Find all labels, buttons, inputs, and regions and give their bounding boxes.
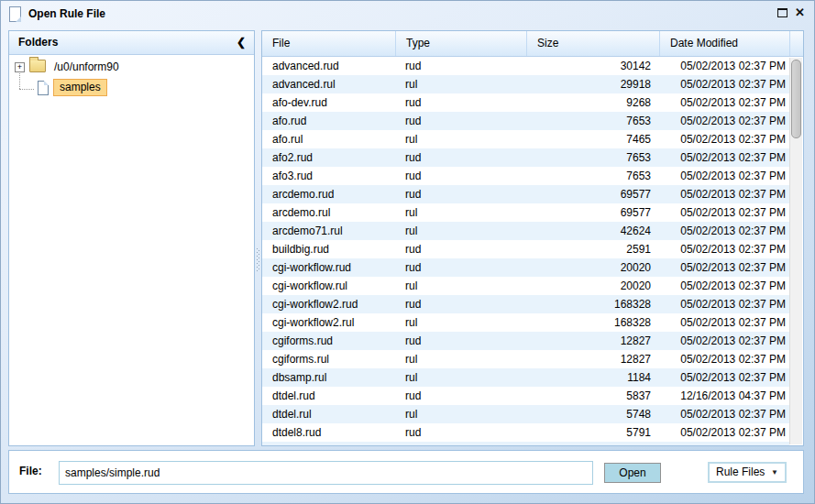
table-row[interactable]: cgi-workflow.rulrul2002005/02/2013 02:37… — [262, 277, 789, 295]
table-cell-date: 05/02/2013 02:37 PM — [659, 185, 789, 203]
table-cell-type: rud — [395, 423, 526, 442]
file-path-input[interactable] — [59, 461, 593, 485]
table-row[interactable]: afo-dev.rudrud926805/02/2013 02:37 PM — [262, 93, 789, 112]
table-cell-date: 05/02/2013 02:37 PM — [659, 203, 789, 222]
table-cell-date: 05/02/2013 02:37 PM — [659, 277, 789, 295]
file-field-label: File: — [19, 465, 42, 477]
file-type-dropdown[interactable]: Rule Files ▼ — [708, 462, 787, 483]
table-row[interactable]: dtdel.rudrud583712/16/2013 04:37 PM — [262, 387, 789, 405]
file-list-panel: File Type Size Date Modified advanced.ru… — [261, 30, 804, 446]
file-table-body: advanced.rudrud3014205/02/2013 02:37 PMa… — [262, 57, 803, 446]
table-cell-size: 29918 — [526, 75, 659, 93]
table-row[interactable]: arcdemo71.rulrul4262405/02/2013 02:37 PM — [262, 222, 789, 240]
table-row[interactable]: afo.rulrul746505/02/2013 02:37 PM — [262, 130, 789, 148]
table-row[interactable]: dtdel.rulrul574805/02/2013 02:37 PM — [262, 405, 789, 423]
table-row[interactable]: dtdel8.rudrud579105/02/2013 02:37 PM — [262, 423, 789, 442]
table-cell-date: 05/02/2013 02:37 PM — [659, 313, 789, 332]
table-cell-file: cgi-workflow2.rul — [262, 313, 395, 332]
table-cell-size: 7653 — [526, 112, 659, 130]
table-cell-date: 05/02/2013 02:37 PM — [659, 130, 789, 148]
column-header-size[interactable]: Size — [526, 31, 659, 56]
table-row[interactable]: cgiforms.rulrul1282705/02/2013 02:37 PM — [262, 350, 789, 368]
folder-tree: + /u0/unform90 samples — [9, 55, 254, 446]
table-cell-size: 20020 — [526, 277, 659, 295]
vertical-scrollbar[interactable] — [789, 58, 802, 444]
table-row[interactable]: buildbig.rudrud259105/02/2013 02:37 PM — [262, 240, 789, 258]
table-row[interactable]: afo3.rudrud765305/02/2013 02:37 PM — [262, 167, 789, 185]
table-cell-date: 05/02/2013 02:37 PM — [659, 258, 789, 277]
table-cell-date: 05/02/2013 02:37 PM — [659, 368, 789, 387]
collapse-panel-icon[interactable]: ❮ — [237, 31, 246, 54]
table-cell-file: cgiforms.rul — [262, 350, 395, 368]
file-icon — [38, 81, 49, 95]
table-cell-type: rul — [395, 203, 526, 222]
table-cell-size: 20020 — [526, 258, 659, 277]
table-row[interactable]: cgi-workflow2.rulrul16832805/02/2013 02:… — [262, 313, 789, 332]
table-cell-file: dtdel.rul — [262, 405, 395, 423]
table-row[interactable]: dbsamp.rulrul118405/02/2013 02:37 PM — [262, 368, 789, 387]
table-cell-size: 7653 — [526, 167, 659, 185]
table-cell-file: advanced.rud — [262, 57, 395, 75]
chevron-down-icon: ▼ — [771, 464, 778, 481]
table-row[interactable]: advanced.rulrul2991805/02/2013 02:37 PM — [262, 75, 789, 93]
table-cell-file: cgiforms.rud — [262, 332, 395, 350]
table-cell-type: rud — [395, 93, 526, 112]
table-cell-type: rul — [395, 313, 526, 332]
table-cell-file: afo-dev.rud — [262, 93, 395, 112]
folders-panel: Folders ❮ + /u0/unform90 samples — [8, 30, 255, 446]
table-row[interactable]: advanced.rudrud3014205/02/2013 02:37 PM — [262, 57, 789, 75]
open-rule-file-dialog: Open Rule File ✕ Folders ❮ + /u0/unform9… — [0, 0, 815, 504]
table-header: File Type Size Date Modified — [262, 31, 803, 57]
splitter-grip-icon — [257, 248, 259, 272]
table-row[interactable]: afo.rudrud765305/02/2013 02:37 PM — [262, 112, 789, 130]
table-cell-file: buildbig.rud — [262, 240, 395, 258]
table-row-partial — [262, 442, 789, 446]
table-cell-size: 5791 — [526, 423, 659, 442]
table-cell-date: 05/02/2013 02:37 PM — [659, 148, 789, 167]
table-cell-size: 168328 — [526, 295, 659, 313]
table-cell-date: 05/02/2013 02:37 PM — [659, 332, 789, 350]
window-title: Open Rule File — [28, 7, 105, 20]
table-row[interactable]: cgiforms.rudrud1282705/02/2013 02:37 PM — [262, 332, 789, 350]
folders-panel-title: Folders — [18, 36, 58, 49]
column-header-file[interactable]: File — [262, 31, 395, 56]
table-cell-file: afo.rud — [262, 112, 395, 130]
titlebar: Open Rule File ✕ — [1, 1, 814, 28]
table-cell-type: rud — [395, 112, 526, 130]
table-cell-size: 69577 — [526, 185, 659, 203]
table-cell-date: 05/02/2013 02:37 PM — [659, 57, 789, 75]
table-cell-type: rul — [395, 130, 526, 148]
table-cell-date: 05/02/2013 02:37 PM — [659, 423, 789, 442]
table-cell-size: 30142 — [526, 57, 659, 75]
maximize-icon[interactable] — [777, 8, 787, 17]
table-cell-type: rud — [395, 387, 526, 405]
table-cell-file: afo2.rud — [262, 148, 395, 167]
table-cell-file: afo.rul — [262, 130, 395, 148]
table-row[interactable]: arcdemo.rulrul6957705/02/2013 02:37 PM — [262, 203, 789, 222]
table-cell-file: dtdel8.rud — [262, 423, 395, 442]
table-row[interactable]: arcdemo.rudrud6957705/02/2013 02:37 PM — [262, 185, 789, 203]
column-header-date-modified[interactable]: Date Modified — [659, 31, 789, 56]
table-row[interactable]: cgi-workflow.rudrud2002005/02/2013 02:37… — [262, 258, 789, 277]
panel-splitter[interactable] — [256, 30, 260, 446]
table-cell-file: cgi-workflow.rul — [262, 277, 395, 295]
table-cell-size: 5837 — [526, 387, 659, 405]
tree-expand-icon[interactable]: + — [15, 62, 25, 72]
table-cell-size: 5748 — [526, 405, 659, 423]
open-button[interactable]: Open — [604, 463, 661, 483]
table-cell-size: 2591 — [526, 240, 659, 258]
table-cell-file: dbsamp.rul — [262, 368, 395, 387]
table-row[interactable]: cgi-workflow2.rudrud16832805/02/2013 02:… — [262, 295, 789, 313]
table-row[interactable]: afo2.rudrud765305/02/2013 02:37 PM — [262, 148, 789, 167]
table-cell-type: rud — [395, 240, 526, 258]
column-header-type[interactable]: Type — [395, 31, 526, 56]
table-cell-size: 12827 — [526, 332, 659, 350]
tree-item-root[interactable]: /u0/unform90 — [54, 60, 119, 73]
table-cell-type: rud — [395, 167, 526, 185]
table-cell-type: rud — [395, 148, 526, 167]
folder-icon — [29, 60, 46, 72]
scrollbar-thumb[interactable] — [791, 60, 801, 138]
close-icon[interactable]: ✕ — [795, 7, 805, 18]
tree-item-samples[interactable]: samples — [53, 79, 107, 96]
table-cell-file: cgi-workflow2.rud — [262, 295, 395, 313]
